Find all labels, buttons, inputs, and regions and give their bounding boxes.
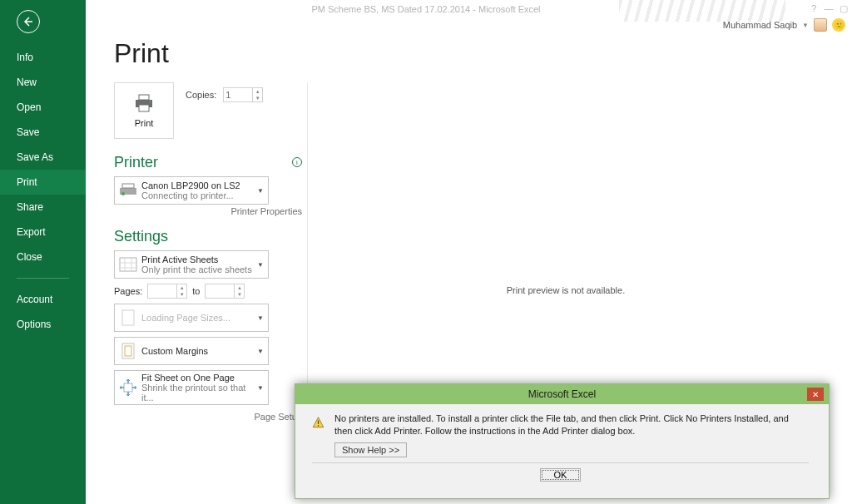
margins-selector[interactable]: Custom Margins ▼ — [114, 337, 269, 365]
sidebar-item-close[interactable]: Close — [0, 245, 86, 269]
pages-from-stepper[interactable]: ▲▼ — [147, 284, 187, 299]
sidebar-item-options[interactable]: Options — [0, 312, 86, 337]
svg-rect-13 — [318, 425, 319, 426]
sidebar-item-save[interactable]: Save — [0, 120, 86, 145]
svg-rect-5 — [122, 184, 134, 188]
chevron-down-icon: ▼ — [255, 261, 266, 269]
settings-heading: Settings — [114, 228, 302, 245]
back-button[interactable] — [17, 10, 40, 33]
print-what-sub: Only print the active sheets — [141, 264, 255, 274]
printer-name: Canon LBP2900 on LS2 — [141, 180, 255, 190]
sheets-icon — [118, 256, 138, 273]
svg-rect-12 — [318, 421, 319, 424]
chevron-down-icon: ▼ — [255, 187, 266, 195]
pages-to-stepper[interactable]: ▲▼ — [205, 284, 245, 299]
backstage-sidebar: Info New Open Save Save As Print Share E… — [0, 0, 86, 504]
svg-rect-8 — [122, 310, 134, 325]
error-dialog: Microsoft Excel ✕ No printers are instal… — [295, 383, 830, 499]
margins-icon — [120, 342, 136, 360]
page-setup-link[interactable]: Page Setup — [114, 412, 302, 422]
printer-device-icon — [118, 182, 138, 199]
copies-label: Copies: — [186, 90, 216, 100]
pages-label: Pages: — [114, 286, 142, 296]
print-button-label: Print — [135, 118, 154, 128]
printer-icon — [132, 93, 156, 113]
sidebar-item-open[interactable]: Open — [0, 95, 86, 120]
spin-down-icon[interactable]: ▼ — [177, 291, 186, 298]
arrow-left-icon — [22, 16, 34, 27]
fit-page-icon — [119, 378, 137, 397]
scaling-selector[interactable]: Fit Sheet on One Page Shrink the printou… — [114, 370, 269, 405]
dialog-title: Microsoft Excel — [295, 384, 829, 404]
copies-stepper[interactable]: ▲▼ — [223, 87, 263, 102]
dialog-body-text: No printers are installed. To install a … — [334, 413, 809, 437]
chevron-down-icon: ▼ — [255, 348, 266, 355]
sidebar-divider — [17, 278, 69, 279]
spin-down-icon[interactable]: ▼ — [235, 291, 244, 298]
scaling-sub: Shrink the printout so that it... — [141, 383, 255, 403]
printer-heading: Printer i — [114, 154, 302, 171]
sidebar-item-account[interactable]: Account — [0, 287, 86, 312]
svg-rect-1 — [139, 95, 149, 100]
sidebar-item-print[interactable]: Print — [0, 170, 86, 195]
dialog-separator — [312, 462, 809, 463]
sidebar-item-share[interactable]: Share — [0, 195, 86, 220]
svg-rect-7 — [120, 258, 136, 271]
sidebar-item-new[interactable]: New — [0, 70, 86, 95]
svg-rect-11 — [124, 383, 132, 392]
chevron-down-icon: ▼ — [255, 314, 266, 322]
dialog-close-button[interactable]: ✕ — [807, 388, 824, 401]
scaling-title: Fit Sheet on One Page — [141, 373, 255, 383]
margins-title: Custom Margins — [141, 346, 255, 356]
copies-input[interactable] — [224, 90, 252, 100]
sidebar-item-save-as[interactable]: Save As — [0, 145, 86, 170]
pages-row: Pages: ▲▼ to ▲▼ — [114, 284, 302, 299]
show-help-button[interactable]: Show Help >> — [334, 442, 407, 457]
preview-unavailable-text: Print preview is not available. — [507, 285, 625, 295]
chevron-down-icon: ▼ — [255, 384, 266, 392]
info-icon[interactable]: i — [292, 157, 302, 167]
spin-up-icon[interactable]: ▲ — [177, 284, 186, 291]
spin-down-icon[interactable]: ▼ — [253, 95, 262, 101]
page-size-selector[interactable]: Loading Page Sizes... ▼ — [114, 304, 269, 332]
warning-icon — [312, 413, 324, 432]
svg-point-3 — [149, 101, 151, 102]
pages-to-input[interactable] — [206, 286, 234, 296]
printer-status: Connecting to printer... — [141, 190, 255, 200]
pages-to-label: to — [192, 286, 200, 296]
print-what-selector[interactable]: Print Active Sheets Only print the activ… — [114, 250, 269, 279]
page-icon — [120, 309, 136, 327]
spin-up-icon[interactable]: ▲ — [235, 284, 244, 291]
sidebar-item-info[interactable]: Info — [0, 45, 86, 70]
page-title: Print — [114, 38, 824, 69]
printer-properties-link[interactable]: Printer Properties — [114, 206, 302, 216]
pages-from-input[interactable] — [148, 286, 176, 296]
ok-button[interactable]: OK — [540, 468, 582, 482]
page-size-title: Loading Page Sizes... — [141, 313, 255, 323]
spin-up-icon[interactable]: ▲ — [253, 88, 262, 95]
print-button[interactable]: Print — [114, 82, 174, 139]
printer-selector[interactable]: Canon LBP2900 on LS2 Connecting to print… — [114, 176, 269, 205]
svg-rect-2 — [139, 105, 149, 111]
sidebar-item-export[interactable]: Export — [0, 220, 86, 245]
print-what-title: Print Active Sheets — [141, 254, 255, 264]
svg-point-6 — [121, 192, 125, 195]
close-icon: ✕ — [812, 390, 819, 399]
